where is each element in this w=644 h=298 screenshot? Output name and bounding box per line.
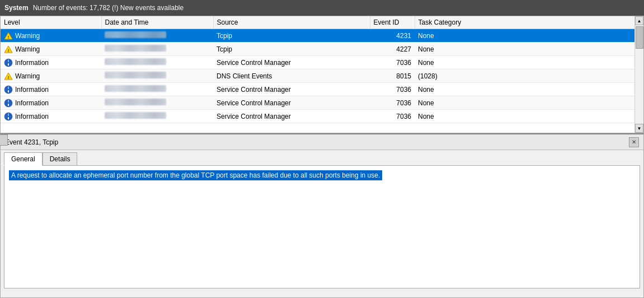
cell-source: Service Control Manager (213, 96, 370, 110)
cell-date (101, 43, 213, 56)
cell-eventid: 8015 (370, 69, 415, 83)
cell-level: ! Warning (1, 69, 101, 83)
level-label: Warning (15, 45, 40, 53)
cell-date (101, 69, 213, 83)
cell-eventid: 4231 (370, 29, 415, 43)
svg-text:i: i (8, 59, 9, 63)
title-bar-info: Number of events: 17,782 (!) New events … (33, 4, 184, 12)
cell-source: DNS Client Events (213, 69, 370, 83)
detail-panel: Event 4231, Tcpip ✕ General Details A re… (0, 133, 644, 298)
scrollbar-thumb[interactable] (636, 26, 643, 49)
col-header-taskcategory[interactable]: Task Category (415, 16, 643, 29)
cell-eventid: 7036 (370, 96, 415, 110)
events-table-section: Level Date and Time Source Event ID Task… (0, 16, 644, 133)
col-header-level[interactable]: Level (1, 16, 101, 29)
table-row[interactable]: ! WarningTcpip4231None (1, 29, 643, 43)
cell-level: i Information (1, 110, 101, 123)
date-blur (105, 31, 166, 38)
svg-text:!: ! (8, 74, 10, 80)
close-button[interactable]: ✕ (629, 137, 639, 147)
svg-text:i: i (8, 86, 9, 90)
svg-rect-14 (8, 104, 9, 106)
info-icon: i (4, 58, 13, 67)
svg-text:!: ! (8, 34, 10, 39)
warning-icon: ! (4, 45, 13, 53)
cell-level: i Information (1, 96, 101, 110)
cell-eventid: 4227 (370, 43, 415, 56)
table-row[interactable]: ! WarningTcpip4227None (1, 43, 643, 56)
cell-source: Service Control Manager (213, 83, 370, 96)
detail-message: A request to allocate an ephemeral port … (9, 170, 382, 180)
cell-taskcategory: None (415, 83, 643, 96)
events-table: Level Date and Time Source Event ID Task… (1, 16, 643, 123)
cell-taskcategory: None (415, 96, 643, 110)
date-blur (105, 99, 166, 105)
cell-level: i Information (1, 83, 101, 96)
level-label: Warning (15, 32, 40, 40)
tab-general[interactable]: General (4, 152, 43, 166)
warning-icon: ! (4, 32, 13, 40)
cell-eventid: 7036 (370, 110, 415, 123)
warning-icon: ! (4, 72, 13, 80)
scrollbar-down-arrow[interactable]: ▼ (635, 124, 643, 133)
level-label: Information (15, 59, 49, 67)
cell-taskcategory: None (415, 29, 643, 43)
title-bar-name: System (4, 4, 29, 12)
cell-taskcategory: (1028) (415, 69, 643, 83)
cell-taskcategory: None (415, 110, 643, 123)
cell-source: Tcpip (213, 29, 370, 43)
detail-header-title: Event 4231, Tcpip (5, 138, 58, 146)
cell-date (101, 56, 213, 69)
detail-header: Event 4231, Tcpip ✕ (1, 134, 643, 150)
cell-date (101, 110, 213, 123)
level-label: Information (15, 113, 49, 120)
date-blur (105, 45, 166, 52)
cell-taskcategory: None (415, 56, 643, 69)
cell-level: i Information (1, 56, 101, 69)
col-header-eventid[interactable]: Event ID (370, 16, 415, 29)
detail-tabs: General Details (1, 150, 643, 165)
svg-text:!: ! (8, 48, 10, 53)
svg-rect-17 (8, 117, 9, 119)
info-icon: i (4, 85, 13, 94)
tab-details[interactable]: Details (43, 152, 78, 165)
date-blur (105, 72, 166, 78)
svg-rect-11 (8, 90, 9, 92)
info-icon: i (4, 112, 13, 121)
cell-level: ! Warning (1, 29, 101, 43)
svg-text:i: i (8, 99, 9, 103)
cell-source: Tcpip (213, 43, 370, 56)
cell-level: ! Warning (1, 43, 101, 56)
cell-date (101, 96, 213, 110)
svg-rect-6 (8, 63, 9, 66)
info-icon: i (4, 99, 13, 108)
detail-content: A request to allocate an ephemeral port … (4, 165, 640, 288)
left-edge-decoration (0, 134, 8, 146)
svg-text:i: i (8, 113, 9, 117)
table-row[interactable]: i InformationService Control Manager7036… (1, 110, 643, 123)
date-blur (105, 112, 166, 119)
cell-source: Service Control Manager (213, 56, 370, 69)
table-row[interactable]: i InformationService Control Manager7036… (1, 56, 643, 69)
table-row[interactable]: i InformationService Control Manager7036… (1, 83, 643, 96)
table-body: ! WarningTcpip4231None ! WarningTcpip422… (1, 29, 643, 123)
table-scrollbar[interactable]: ▲ ▼ (634, 16, 643, 133)
cell-date (101, 83, 213, 96)
table-row[interactable]: ! WarningDNS Client Events8015(1028) (1, 69, 643, 83)
level-label: Information (15, 99, 49, 107)
date-blur (105, 58, 166, 65)
date-blur (105, 85, 166, 92)
cell-taskcategory: None (415, 43, 643, 56)
table-row[interactable]: i InformationService Control Manager7036… (1, 96, 643, 110)
title-bar: System Number of events: 17,782 (!) New … (0, 0, 644, 16)
col-header-source[interactable]: Source (213, 16, 370, 29)
cell-date (101, 29, 213, 43)
cell-eventid: 7036 (370, 56, 415, 69)
scrollbar-up-arrow[interactable]: ▲ (635, 16, 643, 25)
level-label: Information (15, 86, 49, 94)
table-header-row: Level Date and Time Source Event ID Task… (1, 16, 643, 29)
cell-source: Service Control Manager (213, 110, 370, 123)
level-label: Warning (15, 72, 40, 80)
col-header-date[interactable]: Date and Time (101, 16, 213, 29)
cell-eventid: 7036 (370, 83, 415, 96)
